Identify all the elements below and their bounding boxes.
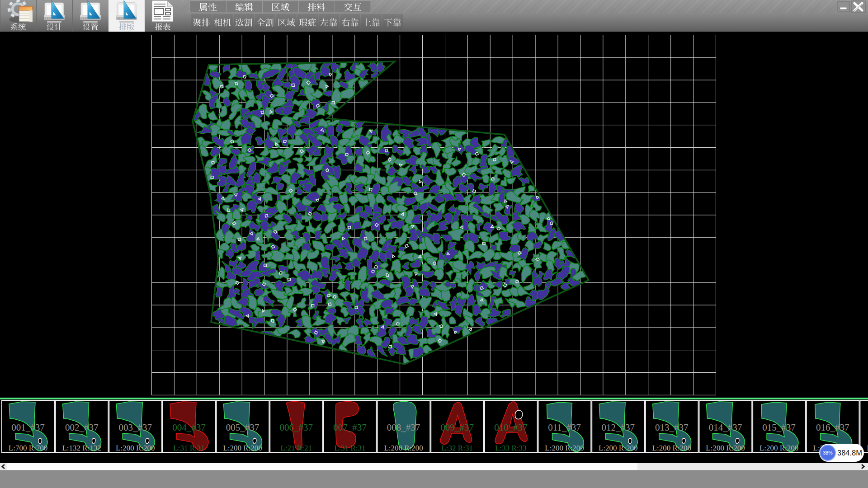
svg-text:L:700 R:700: L:700 R:700 [9,444,47,452]
svg-text:384.8M: 384.8M [837,449,862,457]
svg-text:L:200 R:200: L:200 R:200 [223,444,262,452]
svg-text:013_#37: 013_#37 [655,422,689,433]
svg-text:L:200 R:200: L:200 R:200 [760,444,798,452]
svg-text:L:132 R:132: L:132 R:132 [62,444,101,452]
svg-text:004_#37: 004_#37 [172,422,206,433]
svg-text:38%: 38% [823,450,832,455]
svg-text:L:200 R:200: L:200 R:200 [706,444,745,452]
svg-text:011_#37: 011_#37 [548,422,581,433]
svg-text:014_#37: 014_#37 [709,422,742,433]
svg-text:L:200 R:200: L:200 R:200 [384,444,423,452]
svg-text:L:200 R:200: L:200 R:200 [116,444,155,452]
svg-text:002_#37: 002_#37 [65,422,99,433]
svg-text:L:32 R:31: L:32 R:31 [441,444,472,452]
svg-text:007_#37: 007_#37 [333,422,367,433]
svg-text:L:200 R:200: L:200 R:200 [652,444,691,452]
svg-text:L:31 R:31: L:31 R:31 [173,444,204,452]
svg-text:001_#37: 001_#37 [11,422,45,433]
svg-text:L:200 R:200: L:200 R:200 [545,444,584,452]
svg-text:L:21 R:21: L:21 R:21 [280,444,311,452]
svg-text:005_#37: 005_#37 [226,422,259,433]
svg-text:L:200 R:200: L:200 R:200 [599,444,637,452]
svg-text:L:33 R:33: L:33 R:33 [495,444,526,452]
svg-text:006_#37: 006_#37 [279,422,313,433]
svg-text:012_#37: 012_#37 [601,422,635,433]
svg-text:010_#37: 010_#37 [494,422,528,433]
svg-text:015_#37: 015_#37 [762,422,796,433]
svg-text:009_#37: 009_#37 [440,422,473,433]
svg-text:L:31 R:31: L:31 R:31 [334,444,365,452]
svg-text:016_#37: 016_#37 [816,422,849,433]
svg-text:008_#37: 008_#37 [387,422,420,433]
svg-text:003_#37: 003_#37 [119,422,152,433]
